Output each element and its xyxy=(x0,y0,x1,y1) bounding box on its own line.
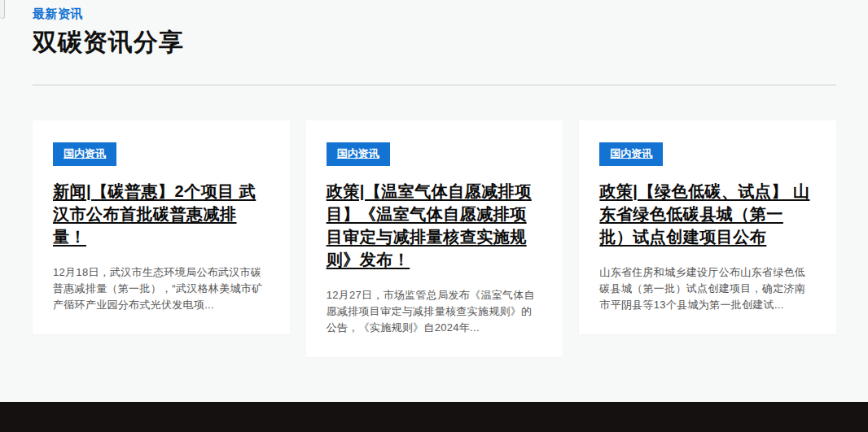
news-card-title-link[interactable]: 政策|【绿色低碳、试点】 山东省绿色低碳县城（第一批）试点创建项目公布 xyxy=(599,180,816,248)
news-card-excerpt: 山东省住房和城乡建设厅公布山东省绿色低碳县城（第一批）试点创建项目，确定济南市平… xyxy=(599,264,816,313)
news-card-excerpt: 12月27日，市场监管总局发布《温室气体自愿减排项目审定与减排量核查实施规则》的… xyxy=(327,287,543,336)
category-badge[interactable]: 国内资讯 xyxy=(327,142,390,166)
news-card-title-link[interactable]: 新闻|【碳普惠】2个项目 武汉市公布首批碳普惠减排量！ xyxy=(53,180,270,248)
news-card[interactable]: 国内资讯 政策|【绿色低碳、试点】 山东省绿色低碳县城（第一批）试点创建项目公布… xyxy=(579,120,836,334)
category-badge[interactable]: 国内资讯 xyxy=(53,142,116,166)
news-card-excerpt: 12月18日，武汉市生态环境局公布武汉市碳普惠减排量（第一批），“武汉格林美城市… xyxy=(53,264,270,313)
scrollbar-nub[interactable] xyxy=(0,0,5,19)
section-label: 最新资讯 xyxy=(33,7,836,22)
news-card-list: 国内资讯 新闻|【碳普惠】2个项目 武汉市公布首批碳普惠减排量！ 12月18日，… xyxy=(33,120,836,357)
news-section: 最新资讯 双碳资讯分享 国内资讯 新闻|【碳普惠】2个项目 武汉市公布首批碳普惠… xyxy=(0,0,868,357)
news-card[interactable]: 国内资讯 新闻|【碳普惠】2个项目 武汉市公布首批碳普惠减排量！ 12月18日，… xyxy=(33,120,290,334)
category-badge[interactable]: 国内资讯 xyxy=(599,142,663,166)
section-divider xyxy=(33,85,836,85)
footer-bar xyxy=(0,402,868,432)
page-title: 双碳资讯分享 xyxy=(33,26,836,59)
news-card-title-link[interactable]: 政策|【温室气体自愿减排项目】《温室气体自愿减排项目审定与减排量核查实施规则》发… xyxy=(327,180,543,271)
news-card[interactable]: 国内资讯 政策|【温室气体自愿减排项目】《温室气体自愿减排项目审定与减排量核查实… xyxy=(306,120,563,357)
